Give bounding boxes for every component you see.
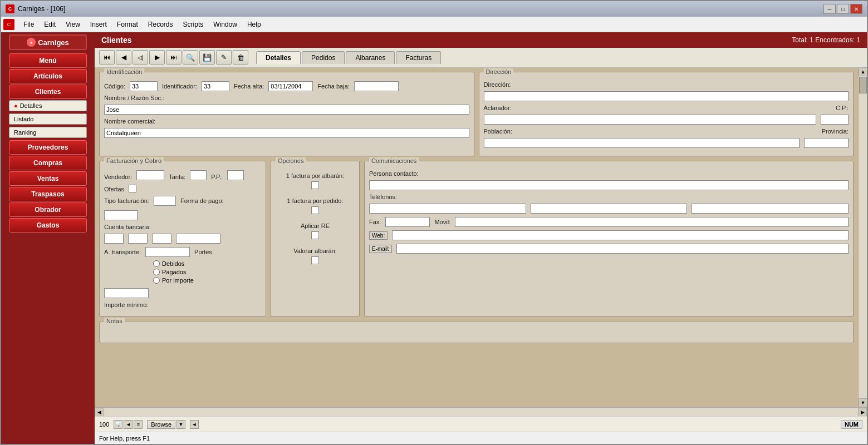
browse-mode[interactable]: Browse <box>147 420 175 429</box>
tab-pedidos[interactable]: Pedidos <box>302 51 345 64</box>
radio-por-importe[interactable] <box>153 277 160 284</box>
direccion-input[interactable] <box>484 91 849 101</box>
num-indicator: NUM <box>841 420 862 429</box>
close-button[interactable]: ✕ <box>850 4 862 14</box>
btn-last[interactable]: ⏭ <box>166 50 182 65</box>
cuenta3-input[interactable] <box>152 234 171 244</box>
scroll-left-btn[interactable]: ◀ <box>95 408 104 417</box>
sidebar-btn-gastos[interactable]: Gastos <box>9 218 87 233</box>
menu-help[interactable]: Help <box>243 19 266 29</box>
status-page-nav[interactable]: ◄ <box>190 420 199 429</box>
factura-pedido-checkbox[interactable] <box>311 206 319 214</box>
sidebar-logo[interactable]: ● Carniges <box>9 34 87 50</box>
menu-edit[interactable]: Edit <box>40 19 60 29</box>
btn-edit[interactable]: ✎ <box>216 50 232 65</box>
status-nav-prev[interactable]: ◄ <box>124 420 133 429</box>
fecha-alta-input[interactable] <box>268 81 313 91</box>
mode-dropdown-arrow[interactable]: ▼ <box>176 420 185 429</box>
menu-window[interactable]: Window <box>209 19 242 29</box>
section-facturacion: Facturación y Cobro <box>104 157 164 164</box>
menu-insert[interactable]: Insert <box>86 19 111 29</box>
help-text: For Help, press F1 <box>99 435 150 442</box>
status-nav-list[interactable]: ≡ <box>134 420 143 429</box>
fecha-baja-input[interactable] <box>354 81 399 91</box>
btn-prev[interactable]: ◀ <box>116 50 131 65</box>
poblacion-input[interactable] <box>484 138 800 148</box>
minimize-button[interactable]: ─ <box>823 4 836 14</box>
btn-save[interactable]: 💾 <box>199 50 215 65</box>
btn-first[interactable]: ⏮ <box>99 50 115 65</box>
portes-label: Portes: <box>194 249 214 255</box>
sidebar-btn-ventas[interactable]: Ventas <box>9 171 87 186</box>
radio-debidos[interactable] <box>153 260 160 267</box>
cp-label: C.P.: <box>836 105 849 111</box>
sidebar-btn-proveedores[interactable]: Proveedores <box>9 140 87 155</box>
factura-albaran-label: 1 factura por albarán: <box>286 172 345 179</box>
sidebar-sub-ranking[interactable]: Ranking <box>9 127 87 138</box>
sidebar-btn-compras[interactable]: Compras <box>9 156 87 170</box>
scroll-right-btn[interactable]: ▶ <box>858 408 867 417</box>
telefono3-input[interactable] <box>692 204 849 214</box>
movil-input[interactable] <box>455 217 849 227</box>
status-nav-chart[interactable]: 📊 <box>114 420 122 429</box>
importe-minimo-input[interactable] <box>104 288 149 298</box>
sidebar-btn-articulos[interactable]: Artículos <box>9 69 87 83</box>
provincia-input[interactable] <box>804 138 849 148</box>
ofertas-checkbox[interactable] <box>129 185 136 192</box>
web-input[interactable] <box>392 230 849 240</box>
tab-facturas[interactable]: Facturas <box>396 51 441 64</box>
sidebar-btn-menu[interactable]: Menú <box>9 53 87 68</box>
menu-scripts[interactable]: Scripts <box>179 19 208 29</box>
vendedor-input[interactable] <box>136 170 164 180</box>
codigo-input[interactable] <box>130 81 158 91</box>
app-menu-icon: C <box>3 19 14 30</box>
btn-delete[interactable]: 🗑 <box>233 50 248 65</box>
section-comunicaciones: Comunicaciones <box>369 157 419 164</box>
tarifa-input[interactable] <box>190 170 207 180</box>
nombre-comercial-input[interactable] <box>104 128 469 138</box>
persona-contacto-input[interactable] <box>369 180 849 190</box>
scroll-down-btn[interactable]: ▼ <box>859 398 867 407</box>
menu-view[interactable]: View <box>61 19 85 29</box>
menu-file[interactable]: File <box>19 19 38 29</box>
telefono1-input[interactable] <box>369 204 526 214</box>
cp-input[interactable] <box>821 115 849 125</box>
radio-pagados[interactable] <box>153 269 160 275</box>
sidebar-btn-clientes[interactable]: Clientes <box>9 85 87 99</box>
aclarador-input[interactable] <box>484 115 817 125</box>
tab-detalles[interactable]: Detalles <box>256 51 301 64</box>
menu-records[interactable]: Records <box>144 19 178 29</box>
sidebar-btn-traspasos[interactable]: Traspasos <box>9 187 87 201</box>
menu-format[interactable]: Format <box>112 19 143 29</box>
tipo-facturacion-input[interactable] <box>154 196 176 206</box>
scroll-thumb[interactable] <box>859 77 867 93</box>
identificador-input[interactable] <box>202 81 229 91</box>
nombre-input[interactable] <box>104 105 469 115</box>
a-transporte-input[interactable] <box>145 247 190 257</box>
fax-input[interactable] <box>385 217 430 227</box>
factura-albaran-checkbox[interactable] <box>311 181 319 189</box>
forma-pago-input[interactable] <box>104 210 138 220</box>
cuenta4-input[interactable] <box>176 234 220 244</box>
valorar-albaran-checkbox[interactable] <box>311 256 319 264</box>
ofertas-label: Ofertas <box>104 186 124 192</box>
aplicar-re-checkbox[interactable] <box>311 231 319 239</box>
app-icon: C <box>6 4 14 13</box>
sidebar-btn-obrador[interactable]: Obrador <box>9 202 87 217</box>
maximize-button[interactable]: □ <box>837 4 849 14</box>
window-title: Carniges - [106] <box>18 5 65 13</box>
cuenta1-input[interactable] <box>104 234 124 244</box>
btn-search[interactable]: 🔍 <box>183 50 198 65</box>
telefono2-input[interactable] <box>531 204 688 214</box>
web-button[interactable]: Web: <box>369 231 388 240</box>
btn-prev-page[interactable]: ◁| <box>133 50 148 65</box>
btn-next[interactable]: ▶ <box>149 50 165 65</box>
scroll-up-btn[interactable]: ▲ <box>859 67 867 76</box>
sidebar-sub-listado[interactable]: Listado <box>9 113 87 125</box>
cuenta2-input[interactable] <box>128 234 148 244</box>
tab-albaranes[interactable]: Albaranes <box>346 51 395 64</box>
email-button[interactable]: E-mail: <box>369 245 392 253</box>
email-input[interactable] <box>396 244 849 254</box>
sidebar-sub-detalles[interactable]: ● Detalles <box>9 100 87 111</box>
pp-input[interactable] <box>227 170 244 180</box>
